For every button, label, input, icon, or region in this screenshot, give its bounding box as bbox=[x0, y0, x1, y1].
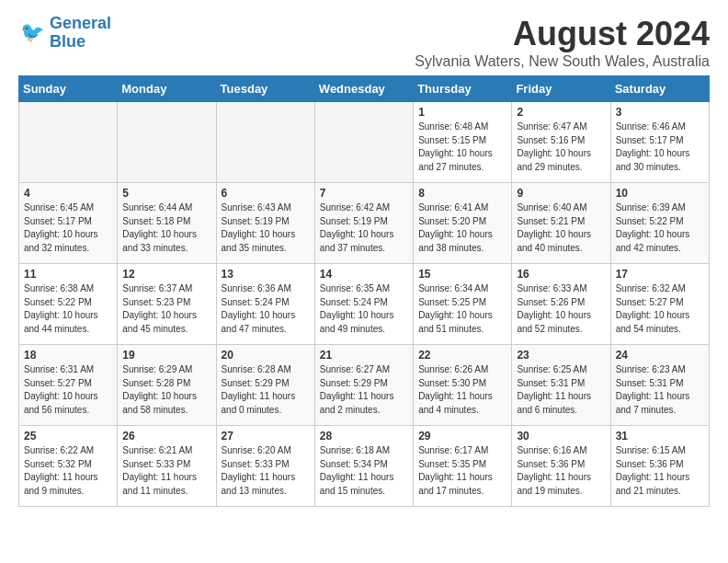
calendar-cell bbox=[216, 102, 314, 183]
day-info: Sunrise: 6:43 AM Sunset: 5:19 PM Dayligh… bbox=[222, 201, 310, 255]
calendar-cell: 26Sunrise: 6:21 AM Sunset: 5:33 PM Dayli… bbox=[118, 426, 216, 507]
day-info: Sunrise: 6:38 AM Sunset: 5:22 PM Dayligh… bbox=[24, 282, 112, 336]
day-info: Sunrise: 6:41 AM Sunset: 5:20 PM Dayligh… bbox=[418, 201, 506, 255]
day-number: 26 bbox=[122, 430, 210, 442]
day-number: 24 bbox=[616, 349, 704, 362]
day-info: Sunrise: 6:31 AM Sunset: 5:27 PM Dayligh… bbox=[24, 363, 112, 417]
calendar-cell: 30Sunrise: 6:16 AM Sunset: 5:36 PM Dayli… bbox=[512, 426, 610, 507]
day-number: 1 bbox=[418, 106, 506, 119]
calendar-cell: 28Sunrise: 6:18 AM Sunset: 5:34 PM Dayli… bbox=[314, 426, 413, 507]
calendar-cell: 6Sunrise: 6:43 AM Sunset: 5:19 PM Daylig… bbox=[216, 183, 314, 264]
calendar-cell: 10Sunrise: 6:39 AM Sunset: 5:22 PM Dayli… bbox=[610, 183, 709, 264]
day-number: 31 bbox=[616, 430, 704, 442]
day-number: 9 bbox=[517, 187, 605, 200]
calendar-cell bbox=[118, 102, 216, 183]
calendar-cell: 3Sunrise: 6:46 AM Sunset: 5:17 PM Daylig… bbox=[610, 102, 709, 183]
calendar-cell bbox=[314, 102, 413, 183]
day-header-friday: Friday bbox=[512, 76, 610, 102]
week-row-3: 11Sunrise: 6:38 AM Sunset: 5:22 PM Dayli… bbox=[19, 264, 710, 345]
subtitle: Sylvania Waters, New South Wales, Austra… bbox=[415, 53, 710, 70]
day-info: Sunrise: 6:26 AM Sunset: 5:30 PM Dayligh… bbox=[418, 363, 506, 417]
day-info: Sunrise: 6:16 AM Sunset: 5:36 PM Dayligh… bbox=[517, 444, 605, 498]
day-number: 6 bbox=[222, 187, 310, 200]
day-number: 17 bbox=[616, 268, 704, 281]
main-title: August 2024 bbox=[415, 15, 710, 53]
day-header-thursday: Thursday bbox=[414, 76, 512, 102]
calendar-cell: 4Sunrise: 6:45 AM Sunset: 5:17 PM Daylig… bbox=[19, 183, 118, 264]
day-info: Sunrise: 6:48 AM Sunset: 5:15 PM Dayligh… bbox=[418, 121, 506, 174]
calendar-cell: 31Sunrise: 6:15 AM Sunset: 5:36 PM Dayli… bbox=[610, 426, 709, 507]
day-info: Sunrise: 6:47 AM Sunset: 5:16 PM Dayligh… bbox=[517, 121, 605, 174]
day-info: Sunrise: 6:36 AM Sunset: 5:24 PM Dayligh… bbox=[222, 282, 310, 336]
day-info: Sunrise: 6:17 AM Sunset: 5:35 PM Dayligh… bbox=[418, 444, 506, 498]
day-number: 18 bbox=[24, 349, 112, 362]
day-info: Sunrise: 6:39 AM Sunset: 5:22 PM Dayligh… bbox=[616, 201, 704, 255]
day-info: Sunrise: 6:45 AM Sunset: 5:17 PM Dayligh… bbox=[24, 201, 112, 255]
calendar-cell: 16Sunrise: 6:33 AM Sunset: 5:26 PM Dayli… bbox=[512, 264, 610, 345]
logo-text: General Blue bbox=[50, 15, 111, 52]
day-info: Sunrise: 6:33 AM Sunset: 5:26 PM Dayligh… bbox=[517, 282, 605, 336]
week-row-5: 25Sunrise: 6:22 AM Sunset: 5:32 PM Dayli… bbox=[19, 426, 710, 507]
calendar-cell: 21Sunrise: 6:27 AM Sunset: 5:29 PM Dayli… bbox=[314, 345, 413, 426]
day-info: Sunrise: 6:35 AM Sunset: 5:24 PM Dayligh… bbox=[320, 282, 408, 336]
day-number: 29 bbox=[418, 430, 506, 442]
calendar-cell: 7Sunrise: 6:42 AM Sunset: 5:19 PM Daylig… bbox=[314, 183, 413, 264]
day-number: 5 bbox=[122, 187, 210, 200]
header: 🐦 General Blue August 2024 Sylvania Wate… bbox=[18, 15, 710, 70]
day-info: Sunrise: 6:15 AM Sunset: 5:36 PM Dayligh… bbox=[616, 444, 704, 498]
day-info: Sunrise: 6:44 AM Sunset: 5:18 PM Dayligh… bbox=[122, 201, 210, 255]
day-number: 21 bbox=[320, 349, 408, 362]
day-number: 13 bbox=[222, 268, 310, 281]
day-number: 22 bbox=[418, 349, 506, 362]
day-number: 25 bbox=[24, 430, 112, 442]
calendar-cell: 27Sunrise: 6:20 AM Sunset: 5:33 PM Dayli… bbox=[216, 426, 314, 507]
calendar-cell: 22Sunrise: 6:26 AM Sunset: 5:30 PM Dayli… bbox=[414, 345, 512, 426]
day-info: Sunrise: 6:42 AM Sunset: 5:19 PM Dayligh… bbox=[320, 201, 408, 255]
day-info: Sunrise: 6:37 AM Sunset: 5:23 PM Dayligh… bbox=[122, 282, 210, 336]
day-number: 27 bbox=[222, 430, 310, 442]
day-number: 11 bbox=[24, 268, 112, 281]
svg-text:🐦: 🐦 bbox=[20, 20, 45, 44]
calendar-cell: 13Sunrise: 6:36 AM Sunset: 5:24 PM Dayli… bbox=[216, 264, 314, 345]
day-number: 3 bbox=[616, 106, 704, 119]
day-number: 4 bbox=[24, 187, 112, 200]
day-info: Sunrise: 6:25 AM Sunset: 5:31 PM Dayligh… bbox=[517, 363, 605, 417]
calendar-cell: 17Sunrise: 6:32 AM Sunset: 5:27 PM Dayli… bbox=[610, 264, 709, 345]
day-header-sunday: Sunday bbox=[19, 76, 118, 102]
calendar-cell: 2Sunrise: 6:47 AM Sunset: 5:16 PM Daylig… bbox=[512, 102, 610, 183]
calendar-cell: 18Sunrise: 6:31 AM Sunset: 5:27 PM Dayli… bbox=[19, 345, 118, 426]
calendar-cell: 19Sunrise: 6:29 AM Sunset: 5:28 PM Dayli… bbox=[118, 345, 216, 426]
day-info: Sunrise: 6:32 AM Sunset: 5:27 PM Dayligh… bbox=[616, 282, 704, 336]
day-header-wednesday: Wednesday bbox=[314, 76, 413, 102]
title-area: August 2024 Sylvania Waters, New South W… bbox=[415, 15, 710, 70]
day-number: 7 bbox=[320, 187, 408, 200]
calendar-cell: 24Sunrise: 6:23 AM Sunset: 5:31 PM Dayli… bbox=[610, 345, 709, 426]
day-header-saturday: Saturday bbox=[610, 76, 709, 102]
week-row-4: 18Sunrise: 6:31 AM Sunset: 5:27 PM Dayli… bbox=[19, 345, 710, 426]
logo-icon: 🐦 bbox=[18, 19, 46, 47]
calendar-cell: 14Sunrise: 6:35 AM Sunset: 5:24 PM Dayli… bbox=[314, 264, 413, 345]
calendar-cell: 12Sunrise: 6:37 AM Sunset: 5:23 PM Dayli… bbox=[118, 264, 216, 345]
day-info: Sunrise: 6:46 AM Sunset: 5:17 PM Dayligh… bbox=[616, 121, 704, 174]
calendar-cell: 1Sunrise: 6:48 AM Sunset: 5:15 PM Daylig… bbox=[414, 102, 512, 183]
day-number: 12 bbox=[122, 268, 210, 281]
calendar-cell: 29Sunrise: 6:17 AM Sunset: 5:35 PM Dayli… bbox=[414, 426, 512, 507]
day-number: 2 bbox=[517, 106, 605, 119]
calendar-cell bbox=[19, 102, 118, 183]
day-number: 19 bbox=[122, 349, 210, 362]
calendar-header-row: SundayMondayTuesdayWednesdayThursdayFrid… bbox=[19, 76, 710, 102]
calendar-cell: 15Sunrise: 6:34 AM Sunset: 5:25 PM Dayli… bbox=[414, 264, 512, 345]
day-info: Sunrise: 6:22 AM Sunset: 5:32 PM Dayligh… bbox=[24, 444, 112, 498]
day-info: Sunrise: 6:29 AM Sunset: 5:28 PM Dayligh… bbox=[122, 363, 210, 417]
day-number: 10 bbox=[616, 187, 704, 200]
day-number: 20 bbox=[222, 349, 310, 362]
day-number: 23 bbox=[517, 349, 605, 362]
day-info: Sunrise: 6:28 AM Sunset: 5:29 PM Dayligh… bbox=[222, 363, 310, 417]
calendar-cell: 23Sunrise: 6:25 AM Sunset: 5:31 PM Dayli… bbox=[512, 345, 610, 426]
day-info: Sunrise: 6:27 AM Sunset: 5:29 PM Dayligh… bbox=[320, 363, 408, 417]
calendar-cell: 25Sunrise: 6:22 AM Sunset: 5:32 PM Dayli… bbox=[19, 426, 118, 507]
day-info: Sunrise: 6:18 AM Sunset: 5:34 PM Dayligh… bbox=[320, 444, 408, 498]
calendar-cell: 11Sunrise: 6:38 AM Sunset: 5:22 PM Dayli… bbox=[19, 264, 118, 345]
day-info: Sunrise: 6:34 AM Sunset: 5:25 PM Dayligh… bbox=[418, 282, 506, 336]
day-number: 28 bbox=[320, 430, 408, 442]
